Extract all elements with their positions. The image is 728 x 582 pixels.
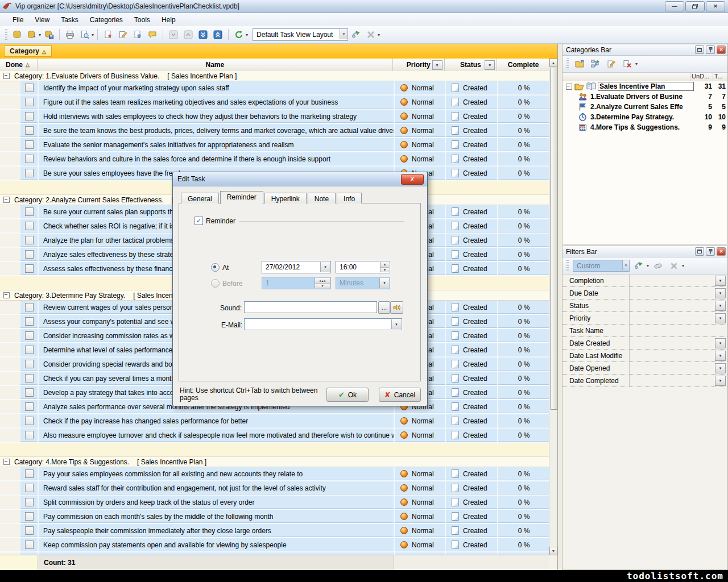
task-status-cell[interactable]: Created [445,301,497,314]
menu-tools[interactable]: Tools [129,14,156,26]
task-priority-cell[interactable]: Normal [394,481,445,494]
task-status-cell[interactable]: Created [445,219,497,232]
sound-play-icon[interactable] [390,301,403,314]
priority-filter-dropdown-icon[interactable]: ▾ [432,60,442,70]
task-checkbox[interactable] [25,346,34,354]
layout-options-caret-icon[interactable]: ▾ [378,32,380,38]
task-name-cell[interactable]: Evaluate the senior management's sales i… [38,138,394,151]
filter-dropdown-icon[interactable]: ▾ [715,288,726,298]
task-checkbox[interactable] [25,303,34,311]
clear-filter-eraser-icon[interactable] [651,259,665,273]
filter-row-completion[interactable]: Completion▾ [562,275,727,287]
apply-filter-icon[interactable] [632,259,646,273]
filters-toolbar-caret-icon[interactable]: ▾ [682,263,684,268]
task-priority-cell[interactable]: Normal [394,414,445,427]
task-row[interactable]: Pay commission on each month's sales by … [0,510,549,524]
task-checkbox[interactable] [25,498,34,506]
task-status-cell[interactable]: Created [445,234,497,247]
task-status-cell[interactable]: Created [445,329,497,342]
task-status-cell[interactable]: Created [445,372,497,385]
filter-row-status[interactable]: Status▾ [562,300,727,312]
task-status-cell[interactable]: Created [445,429,497,442]
task-checkbox[interactable] [25,360,34,368]
task-status-cell[interactable]: Created [445,343,497,356]
task-row[interactable]: Review behaviors and culture in the sale… [0,152,549,167]
task-name-cell[interactable]: Pay your sales employees commission for … [38,467,394,480]
date-dropdown-icon[interactable]: ▾ [320,262,330,272]
title-bar[interactable]: Vip organizer [C:\Users\dmitry\Desktop\S… [0,0,728,13]
move-down-disabled-icon[interactable] [167,28,180,41]
task-status-cell[interactable]: Created [445,481,497,494]
task-status-cell[interactable]: Created [445,510,497,523]
before-spinner[interactable]: ◂ ▴ ▸▾ [315,278,330,288]
before-value-field[interactable]: 1 ◂ ▴ ▸▾ [262,277,331,289]
task-checkbox[interactable] [25,140,34,149]
email-dropdown-icon[interactable]: ▾ [391,319,401,329]
restore-button[interactable] [685,1,705,11]
tree-category-item[interactable]: 3.Determine Pay Strategy.1010 [562,112,727,122]
filter-dropdown-icon[interactable]: ▾ [715,276,726,286]
filter-row-task-name[interactable]: Task Name [562,325,727,337]
task-status-cell[interactable]: Created [445,205,497,218]
open-database-caret-icon[interactable]: ▾ [39,32,41,38]
tab-general[interactable]: General [181,193,219,203]
task-name-cell[interactable]: Pay salespeople their commission immedia… [38,524,394,537]
filter-dropdown-icon[interactable]: ▾ [715,338,726,348]
filter-row-priority[interactable]: Priority▾ [562,312,727,325]
layout-combo-dropdown-icon[interactable]: ▾ [340,29,348,39]
tab-note[interactable]: Note [308,193,336,203]
new-task-icon[interactable] [101,28,115,41]
task-priority-cell[interactable]: Normal [394,124,445,137]
task-status-cell[interactable]: Created [445,524,497,537]
tree-category-item[interactable]: 4.More Tips & Suggestions.99 [562,122,727,132]
at-radio[interactable] [211,263,220,272]
task-status-cell[interactable]: Created [445,248,497,261]
sound-input[interactable] [244,301,377,313]
task-row[interactable]: Hold interviews with sales employees to … [0,110,549,124]
dialog-title-bar[interactable]: Edit Task ✗ [173,172,427,186]
column-header-complete[interactable]: Complete [497,59,549,71]
filters-restore-icon[interactable] [695,247,704,256]
task-checkbox[interactable] [25,155,34,163]
filter-row-date-last-modifie[interactable]: Date Last Modifie▾ [562,350,727,362]
collapse-all-icon[interactable] [211,28,225,41]
task-priority-cell[interactable]: Normal [394,496,445,509]
task-checkbox[interactable] [25,431,34,439]
task-row[interactable]: Keep commission pay statements open and … [0,538,549,552]
filter-dropdown-icon[interactable]: ▾ [715,363,726,373]
task-priority-cell[interactable]: Normal [394,95,445,109]
ok-button[interactable]: ✔ Ok [326,388,369,402]
task-checkbox[interactable] [25,126,34,135]
categories-close-icon[interactable]: ✕ [717,45,726,54]
menu-view[interactable]: View [29,14,55,26]
reset-filter-icon[interactable] [667,259,681,273]
task-priority-cell[interactable]: Normal [394,152,445,165]
filter-preset-dropdown-icon[interactable]: ▾ [622,260,629,270]
scroll-up-icon[interactable]: ▲ [549,59,557,67]
filters-close-icon[interactable]: ✕ [717,247,726,256]
apply-layout-icon[interactable] [349,28,363,41]
task-name-cell[interactable]: Hold interviews with sales employees to … [38,110,394,123]
task-row[interactable]: Evaluate the senior management's sales i… [0,138,549,152]
scroll-down-icon[interactable]: ▼ [549,547,557,555]
task-checkbox[interactable] [25,388,34,397]
layout-combo[interactable]: Default Task View Layout ▾ [253,28,348,41]
print-preview-icon[interactable] [78,28,92,41]
new-todo-list-icon[interactable] [573,57,586,71]
task-status-cell[interactable]: Created [445,95,497,109]
task-priority-cell[interactable]: Normal [394,110,445,123]
task-name-cell[interactable]: Keep commission pay statements open and … [38,538,394,551]
task-row[interactable]: Reward sales staff for their contributio… [0,481,549,496]
task-priority-cell[interactable]: Normal [394,538,445,551]
time-spinner[interactable]: ▲▼ [380,262,389,272]
task-checkbox[interactable] [25,98,34,106]
categories-toolbar-caret-icon[interactable]: ▾ [635,61,638,66]
task-name-cell[interactable]: Figure out if the sales team realizes ma… [38,95,394,109]
print-preview-caret-icon[interactable]: ▾ [92,32,94,38]
filter-dropdown-icon[interactable]: ▾ [715,376,726,386]
task-checkbox[interactable] [25,169,34,177]
task-row[interactable]: Split commission by orders and keep trac… [0,496,549,510]
task-name-cell[interactable]: Pay commission on each month's sales by … [38,510,394,523]
expand-all-icon[interactable] [196,28,210,41]
filters-toolbar-grip[interactable] [566,260,569,272]
